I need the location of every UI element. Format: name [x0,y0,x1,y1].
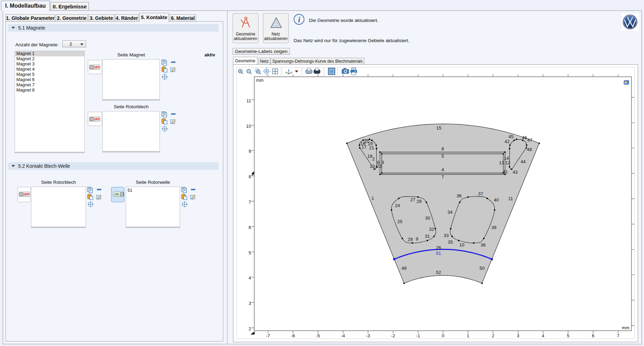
svg-text:9: 9 [416,236,418,242]
svg-text:6: 6 [249,225,251,230]
svg-text:26: 26 [436,245,441,250]
svg-text:mm: mm [622,325,629,330]
svg-text:33: 33 [444,233,449,238]
svg-text:36: 36 [457,193,461,198]
svg-text:11: 11 [247,98,251,103]
svg-text:41: 41 [503,169,508,174]
svg-text:0: 0 [442,333,444,338]
svg-text:3: 3 [517,333,519,338]
svg-text:21: 21 [369,145,374,150]
svg-text:-1: -1 [416,333,420,338]
svg-text:-3: -3 [366,333,370,338]
svg-text:27: 27 [410,197,415,202]
svg-text:-6: -6 [291,333,295,338]
svg-text:5: 5 [441,154,444,159]
svg-text:10: 10 [459,242,464,247]
svg-text:7: 7 [441,174,444,180]
svg-text:25: 25 [397,219,402,224]
svg-text:mm: mm [256,78,264,83]
svg-text:10: 10 [246,124,251,129]
svg-text:2: 2 [492,333,494,338]
svg-text:7: 7 [249,199,251,205]
svg-text:28: 28 [408,237,413,242]
svg-text:2: 2 [372,156,374,162]
svg-text:49: 49 [402,266,406,271]
svg-text:31: 31 [425,234,430,239]
svg-text:38: 38 [481,242,486,247]
svg-text:37: 37 [478,191,483,196]
svg-text:1: 1 [467,333,469,338]
svg-text:i: i [298,15,301,24]
svg-text:22: 22 [377,164,382,169]
svg-text:12: 12 [505,160,510,165]
svg-text:47: 47 [527,137,532,143]
svg-text:5: 5 [567,333,569,338]
svg-text:43: 43 [513,170,518,175]
svg-text:42: 42 [505,139,510,144]
svg-text:32: 32 [429,227,434,232]
svg-text:51: 51 [436,251,441,256]
svg-text:8: 8 [249,174,251,179]
svg-text:23: 23 [370,164,375,169]
svg-text:11: 11 [508,196,513,201]
svg-text:4: 4 [441,167,444,172]
svg-text:44: 44 [521,159,526,164]
svg-text:39: 39 [491,225,496,230]
svg-text:-5: -5 [316,333,320,338]
svg-text:2: 2 [249,326,251,331]
svg-text:4: 4 [542,333,544,338]
svg-text:5: 5 [249,250,251,255]
svg-text:50: 50 [480,266,484,271]
svg-text:29: 29 [417,199,421,204]
svg-text:3: 3 [249,301,251,306]
svg-text:15: 15 [436,125,441,131]
svg-text:18: 18 [367,154,372,159]
svg-text:30: 30 [425,215,430,221]
svg-text:46: 46 [522,135,527,140]
svg-text:7: 7 [617,333,619,338]
svg-text:24: 24 [395,203,400,208]
svg-text:9: 9 [249,149,251,154]
svg-text:40: 40 [494,197,499,203]
svg-text:13: 13 [499,160,504,165]
svg-text:45: 45 [509,134,513,139]
svg-text:34: 34 [448,210,452,215]
svg-text:48: 48 [527,147,532,152]
svg-text:8: 8 [441,146,444,151]
svg-text:-4: -4 [341,333,345,338]
svg-text:52: 52 [436,270,441,275]
svg-text:35: 35 [448,239,453,245]
svg-text:4: 4 [249,275,251,281]
svg-text:-7: -7 [266,333,270,338]
svg-text:1: 1 [371,196,374,201]
svg-text:6: 6 [592,333,594,338]
svg-text:3: 3 [381,160,384,165]
svg-text:-2: -2 [391,333,395,338]
svg-text:17: 17 [362,144,366,150]
